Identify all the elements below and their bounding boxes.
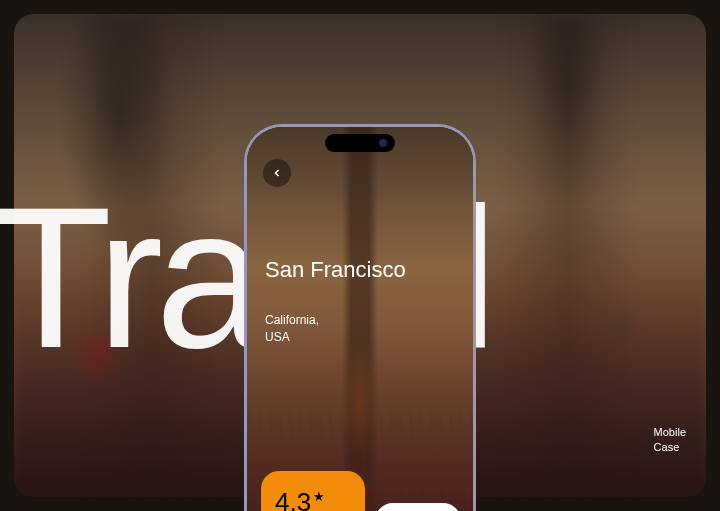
case-label: Mobile Case <box>654 425 686 456</box>
case-label-line: Case <box>654 440 686 455</box>
rating-value: 4,3 ★ <box>275 487 351 511</box>
city-title: San Francisco <box>265 257 406 283</box>
rating-number: 4,3 <box>275 487 311 511</box>
friends-card[interactable]: Visiting Friends <box>375 503 461 511</box>
presentation-canvas: Travel Mobile Case San Francisco Califor… <box>0 0 720 511</box>
cards-row: 4,3 ★ Reviews Visiting Friends <box>247 471 473 511</box>
phone-frame: San Francisco California, USA 4,3 ★ Revi… <box>244 124 476 511</box>
rating-card[interactable]: 4,3 ★ Reviews <box>261 471 365 511</box>
location-line: California, <box>265 312 319 329</box>
dynamic-island <box>325 134 395 152</box>
location-line: USA <box>265 329 319 346</box>
chevron-left-icon <box>271 167 283 179</box>
back-button[interactable] <box>263 159 291 187</box>
case-label-line: Mobile <box>654 425 686 440</box>
star-icon: ★ <box>313 489 325 504</box>
location-text: California, USA <box>265 312 319 346</box>
phone-screen: San Francisco California, USA 4,3 ★ Revi… <box>247 127 473 511</box>
